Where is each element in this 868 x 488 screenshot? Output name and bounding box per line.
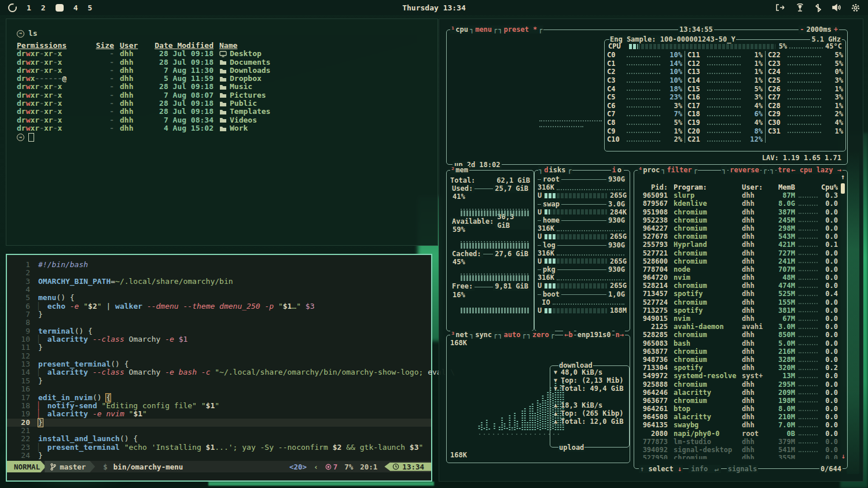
net-next-iface-button[interactable]: n→ [615,331,625,339]
code-line-8[interactable]: 8 [7,319,431,327]
code-line-18[interactable]: 18▏ notify-send "Editing config file" "$… [7,402,431,410]
code-line-3[interactable]: 3OMARCHY_BIN_PATH=~/.local/share/omarchy… [7,278,431,286]
process-row[interactable]: 964246alacrittydhh209M0.0 [638,389,838,397]
process-row[interactable]: 925888chromiumdhh295M0.0 [638,380,838,389]
process-row[interactable]: 528285chromiumdhh850M0.0 [638,331,838,339]
process-row[interactable]: 952238chromiumdhh245M0.0 [638,216,838,224]
process-row[interactable]: 963877chromiumdhh216M0.0 [638,347,838,356]
statusline-clock: 13:34 [384,463,431,471]
bluetooth-icon[interactable] [815,3,821,12]
preset-button[interactable]: preset * [503,25,538,34]
code-line-5[interactable]: 5menu() { [7,294,431,302]
code-line-6[interactable]: 6▏ echo -e "$2" | walker --dmenu --theme… [7,302,431,310]
menu-button[interactable]: menu [475,25,492,34]
code-line-12[interactable]: 12 [7,352,431,360]
code-line-2[interactable]: 2 [7,269,431,277]
process-row[interactable]: 2080napi/phy0-0root0B0.0 [638,430,838,438]
ls-user: dhh [120,99,146,108]
ls-row: drwxr-xr-x-dhh28 Jul 09:18Desktop [17,50,437,58]
signals-button[interactable]: signals [727,465,759,473]
process-row[interactable]: 964261btopdhh8.0M0.0 [638,405,838,413]
scrollbar-thumb[interactable] [841,183,845,194]
info-button[interactable]: info [690,465,709,473]
process-row[interactable]: 778704nodedhh707M0.0 [638,265,838,273]
process-row[interactable]: 549972systemd-resolvesyst+13M0.0 [638,372,838,380]
code-line-4[interactable]: 4 [7,286,431,294]
workspace-active[interactable] [56,4,64,12]
code-line-13[interactable]: 13present_terminal() { [7,360,431,368]
workspace-5[interactable]: 5 [87,3,92,12]
code-line-16[interactable]: 16 [7,385,431,393]
code-line-23[interactable]: 23▏ present_terminal "echo 'Installing $… [7,443,431,452]
process-row[interactable]: 964135swaybgdhh7.0M0.0 [638,421,838,429]
code-line-7[interactable]: 7} [7,310,431,319]
process-row[interactable]: 255793Hyprlanddhh421M0.1 [638,241,838,249]
process-row[interactable]: 2125avahi-daemonavahi3.0M0.0 [638,323,838,331]
scroll-up-arrow[interactable]: ↑ [840,173,845,181]
interval-minus-button[interactable]: - [799,25,805,34]
process-row[interactable]: 527950chromiumdhh355M0.0 [638,454,838,459]
filter-button[interactable]: filter [666,166,692,174]
net-prev-iface-button[interactable]: ←b [563,331,573,339]
code-line-17[interactable]: 17edit_in_nvim() { [7,394,431,402]
process-row[interactable]: 965083bashdhh5.0M0.0 [638,339,838,347]
scroll-down-arrow[interactable]: ↓ [841,452,845,460]
workspace-4[interactable]: 4 [73,3,78,12]
code-line-15[interactable]: 15} [7,377,431,385]
process-row[interactable]: 879567kdenlivedhh8.0G0.0 [638,199,838,208]
net-zero-button[interactable]: zero [532,331,550,339]
reverse-button[interactable]: reverse [729,166,760,174]
code-line-19[interactable]: 19▏ alacritty -e nvim "$1" [7,410,431,418]
process-row[interactable]: 949015nvimdhh67M0.0 [638,315,838,323]
workspace-1[interactable]: 1 [27,3,31,12]
folder-icon [219,76,227,82]
process-row[interactable]: 713457spotifydhh525M0.4 [638,290,838,298]
net-interface: enp191s0 [576,331,612,339]
omarchy-logo-icon[interactable] [8,3,17,12]
process-row[interactable]: 527721chromiumdhh727M0.0 [638,249,838,257]
process-row[interactable]: 713275spotifydhh381M0.0 [638,306,838,315]
code-line-1[interactable]: 1#!/bin/bash [7,261,431,269]
settings-gear-icon[interactable] [851,3,860,12]
cpu-box: ¹cpu ┐menu┌ ┐preset *┌ 13:34:55 - 2000ms… [446,29,848,165]
process-row[interactable]: 394092signal-desktopdhh541M0.0 [638,446,838,454]
code-line-10[interactable]: 10▏ alacritty --class Omarchy -e $1 [7,335,431,343]
mem-box-title: mem [455,166,469,174]
code-line-22[interactable]: 22install_and_launch() { [7,435,431,443]
process-row[interactable]: 527724chromiumdhh155M0.0 [638,298,838,306]
process-row[interactable]: 777873lm-studiodhh379M0.0 [638,438,838,446]
code-line-11[interactable]: 11} [7,343,431,352]
io-mode-button[interactable]: o [616,166,623,174]
line-number: 20 [7,419,38,427]
code-line-20[interactable]: 20} [7,419,431,427]
volume-icon[interactable] [832,3,841,12]
process-row[interactable]: 964227chromiumdhh298M0.0 [638,224,838,232]
process-row[interactable]: 528214chromiumdhh474M0.0 [638,282,838,290]
interval-plus-button[interactable]: + [833,25,839,34]
git-branch: master [45,461,95,472]
select-button[interactable]: select [648,465,673,473]
code-line-9[interactable]: 9terminal() { [7,327,431,335]
process-row[interactable]: 948736chromiumdhh328M0.0 [638,356,838,364]
process-row[interactable]: 528600chromiumdhh241M0.0 [638,257,838,265]
net-auto-button[interactable]: auto [503,331,521,339]
code-line-14[interactable]: 14▏ alacritty --class Omarchy -e bash -c… [7,368,431,376]
process-row[interactable]: 963677chromiumdhh198M0.0 [638,397,838,405]
code-line-24[interactable]: 24} [7,452,431,460]
process-row[interactable]: 527678chromiumdhh543M0.0 [638,232,838,241]
terminal-cursor[interactable] [28,133,34,142]
proc-sort-selector[interactable]: ← cpu lazy → [790,166,843,174]
folder-icon [219,59,227,65]
process-row[interactable]: 951908chromiumdhh387M0.0 [638,208,838,216]
process-row[interactable]: 964720nvimdhh48M0.0 [638,273,838,282]
process-row[interactable]: 713304spotifydhh320M0.2 [638,364,838,372]
network-icon[interactable] [795,3,805,12]
net-sync-button[interactable]: sync [475,331,492,339]
code-line-21[interactable]: 21 [7,427,431,435]
workspace-2[interactable]: 2 [41,3,46,12]
process-row[interactable]: 965091slurpdhh87M0.3 [638,191,838,199]
process-row[interactable]: 964508alacrittydhh210M0.0 [638,413,838,421]
ls-date: 28 Jul 09:18 [152,58,214,66]
statusline-separator: ‹ [314,463,318,471]
logout-icon[interactable] [775,3,785,12]
